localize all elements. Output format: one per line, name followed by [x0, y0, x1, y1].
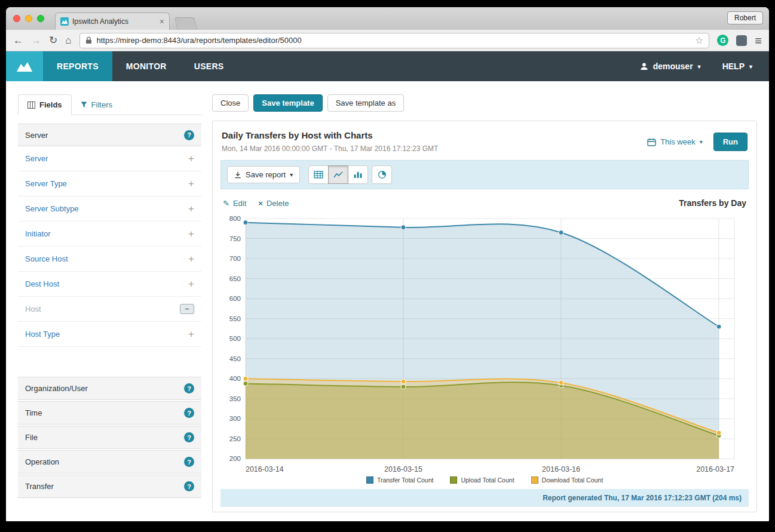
sidebar-tabs: Fields Filters — [18, 94, 201, 115]
svg-text:2016-03-15: 2016-03-15 — [384, 465, 422, 473]
tab-filters[interactable]: Filters — [72, 94, 121, 115]
back-icon[interactable]: ← — [13, 35, 23, 45]
filter-funnel-icon — [81, 102, 87, 108]
legend-item[interactable]: Download Total Count — [531, 476, 604, 484]
sidebar-group-organization-user: Organization/User ? — [18, 377, 201, 400]
zoom-window-button[interactable] — [37, 15, 44, 22]
save-template-button[interactable]: Save template — [253, 94, 322, 112]
close-window-button[interactable] — [13, 15, 20, 22]
tab-fields-label: Fields — [39, 100, 62, 109]
bar-chart-view-button[interactable] — [348, 165, 368, 184]
svg-text:350: 350 — [229, 395, 241, 402]
field-row-host-type: Host Type + — [18, 322, 201, 347]
save-template-as-button[interactable]: Save template as — [327, 94, 404, 112]
sidebar-group-operation: Operation ? — [18, 450, 201, 473]
nav-item-monitor[interactable]: MONITOR — [112, 51, 180, 81]
add-field-icon[interactable]: + — [188, 153, 194, 165]
bookmark-star-icon[interactable]: ☆ — [695, 35, 703, 46]
nav-right: demouser ▾ HELP ▾ — [640, 51, 769, 81]
legend-label: Download Total Count — [542, 476, 604, 484]
report-header: Daily Transfers by Host with Charts Mon,… — [220, 129, 749, 153]
edit-link[interactable]: ✎ Edit — [223, 199, 246, 208]
view-toggle-group — [308, 165, 392, 184]
edit-label: Edit — [233, 199, 246, 208]
time-range-dropdown[interactable]: This week ▾ — [647, 137, 703, 146]
browser-toolbar: ← → ↻ ⌂ https://mirep-demo:8443/ura/repo… — [6, 30, 769, 51]
minimize-window-button[interactable] — [25, 15, 32, 22]
chevron-down-icon: ▾ — [749, 63, 752, 70]
nav-item-users[interactable]: USERS — [180, 51, 238, 81]
add-field-icon[interactable]: + — [188, 203, 194, 215]
new-tab-button[interactable] — [174, 17, 197, 30]
tab-strip: Ipswitch Analytics × Robert — [6, 7, 769, 30]
field-link[interactable]: Dest Host — [25, 279, 59, 288]
field-link[interactable]: Server Type — [25, 179, 67, 188]
group-label: Transfer — [25, 482, 54, 491]
report-date-range: Mon, 14 Mar 2016 00:00:00 GMT - Thu, 17 … — [222, 144, 438, 153]
forward-icon[interactable]: → — [31, 35, 41, 45]
ipswitch-logo[interactable] — [6, 51, 43, 81]
help-icon[interactable]: ? — [184, 457, 194, 467]
field-link[interactable]: Host Type — [25, 330, 60, 339]
add-field-icon[interactable]: + — [188, 278, 194, 290]
help-menu[interactable]: HELP ▾ — [722, 61, 752, 71]
close-button[interactable]: Close — [212, 94, 249, 112]
table-view-button[interactable] — [308, 165, 329, 184]
chart-header: ✎ Edit × Delete Transfers by Day — [220, 197, 749, 211]
user-menu[interactable]: demouser ▾ — [640, 61, 701, 71]
legend-item[interactable]: Transfer Total Count — [366, 476, 434, 484]
svg-text:250: 250 — [229, 435, 241, 442]
add-field-icon[interactable]: + — [188, 228, 194, 240]
close-tab-icon[interactable]: × — [160, 17, 164, 26]
user-icon — [640, 62, 648, 70]
add-field-icon[interactable]: + — [188, 328, 194, 340]
legend-label: Upload Total Count — [461, 476, 514, 484]
chevron-down-icon: ▾ — [700, 139, 703, 145]
logo-chart-icon — [15, 59, 34, 73]
help-icon[interactable]: ? — [184, 432, 194, 442]
remove-field-button[interactable]: − — [180, 304, 194, 314]
svg-text:300: 300 — [229, 415, 241, 422]
browser-tab[interactable]: Ipswitch Analytics × — [55, 13, 170, 30]
help-icon[interactable]: ? — [184, 481, 194, 491]
field-row-dest-host: Dest Host + — [18, 272, 201, 297]
browser-profile-badge[interactable]: Robert — [727, 11, 763, 24]
field-link[interactable]: Server Subtype — [25, 204, 79, 213]
save-report-dropdown[interactable]: Save report ▾ — [227, 166, 300, 183]
field-link[interactable]: Source Host — [25, 254, 68, 263]
extension-icon[interactable] — [736, 35, 747, 46]
report-card: Daily Transfers by Host with Charts Mon,… — [212, 121, 757, 512]
bar-chart-icon — [353, 171, 363, 179]
help-menu-label: HELP — [722, 61, 745, 71]
sidebar-group-transfer: Transfer ? — [18, 475, 201, 498]
tab-fields[interactable]: Fields — [18, 94, 72, 115]
help-icon[interactable]: ? — [184, 408, 194, 418]
transfers-by-day-chart: 2002503003504004505005506006507007508002… — [220, 211, 749, 476]
delete-link[interactable]: × Delete — [258, 199, 289, 208]
address-bar[interactable]: https://mirep-demo:8443/ura/reports/temp… — [79, 33, 710, 48]
help-icon[interactable]: ? — [184, 130, 194, 140]
group-label: Organization/User — [25, 384, 88, 393]
legend-item[interactable]: Upload Total Count — [450, 476, 514, 484]
pie-chart-view-button[interactable] — [372, 165, 392, 184]
report-controls: This week ▾ Run — [647, 133, 748, 151]
svg-text:600: 600 — [229, 295, 241, 302]
line-chart-view-button[interactable] — [328, 165, 348, 184]
url-text: https://mirep-demo:8443/ura/reports/temp… — [97, 36, 690, 45]
nav-item-reports[interactable]: REPORTS — [43, 51, 112, 81]
svg-text:200: 200 — [229, 456, 241, 463]
reload-icon[interactable]: ↻ — [49, 35, 57, 45]
help-icon[interactable]: ? — [184, 383, 194, 393]
grammarly-extension-icon[interactable]: G — [717, 35, 728, 46]
report-title-block: Daily Transfers by Host with Charts Mon,… — [222, 130, 438, 153]
add-field-icon[interactable]: + — [188, 253, 194, 265]
user-menu-label: demouser — [653, 61, 693, 71]
run-button[interactable]: Run — [713, 133, 748, 151]
delete-x-icon: × — [258, 199, 263, 208]
field-link[interactable]: Server — [25, 154, 48, 163]
home-icon[interactable]: ⌂ — [65, 35, 71, 45]
browser-menu-icon[interactable]: ≡ — [755, 35, 762, 47]
pie-chart-icon — [378, 170, 387, 179]
add-field-icon[interactable]: + — [188, 178, 194, 190]
field-link[interactable]: Initiator — [25, 229, 51, 238]
